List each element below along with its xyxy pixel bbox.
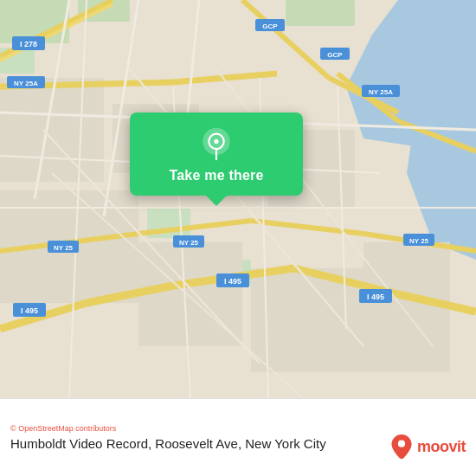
svg-text:NY 25: NY 25 xyxy=(54,244,74,252)
bottom-info-bar: © OpenStreetMap contributors Humboldt Vi… xyxy=(0,398,476,476)
svg-rect-13 xyxy=(363,242,450,372)
svg-point-71 xyxy=(214,139,218,144)
svg-text:I 278: I 278 xyxy=(20,40,37,48)
map-attribution: © OpenStreetMap contributors xyxy=(10,424,466,433)
svg-text:NY 25A: NY 25A xyxy=(14,80,38,87)
svg-text:NY 25: NY 25 xyxy=(179,239,199,247)
map-container: I 278 NY 25A GCP NY 25A GCP NY 25 NY 25 … xyxy=(0,0,476,476)
svg-text:I 495: I 495 xyxy=(367,293,384,301)
svg-text:I 495: I 495 xyxy=(224,277,241,286)
svg-text:NY 25: NY 25 xyxy=(409,237,429,245)
svg-text:NY 25A: NY 25A xyxy=(369,88,393,96)
map-background: I 278 NY 25A GCP NY 25A GCP NY 25 NY 25 … xyxy=(0,0,476,398)
svg-text:I 495: I 495 xyxy=(21,306,38,315)
moovit-pin-icon xyxy=(389,434,414,459)
svg-rect-5 xyxy=(286,0,355,26)
location-pin-icon xyxy=(199,126,234,161)
take-me-there-button[interactable]: Take me there xyxy=(169,168,263,183)
svg-point-73 xyxy=(398,441,405,447)
location-popup: Take me there xyxy=(130,113,303,196)
moovit-brand-text: moovit xyxy=(417,438,466,456)
svg-text:GCP: GCP xyxy=(262,23,278,30)
moovit-logo: moovit xyxy=(389,434,466,459)
svg-text:GCP: GCP xyxy=(327,51,343,59)
